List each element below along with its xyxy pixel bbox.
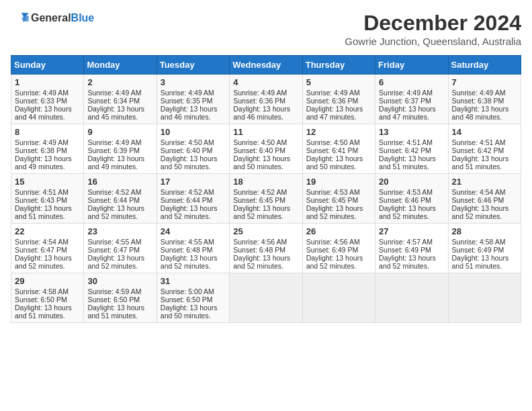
daylight-text: Daylight: 13 hours and 50 minutes. xyxy=(233,154,298,171)
sunset-text: Sunset: 6:47 PM xyxy=(87,246,152,254)
month-title: December 2024 xyxy=(345,11,521,36)
daylight-text: Daylight: 13 hours and 51 minutes. xyxy=(452,154,517,171)
weekday-header-friday: Friday xyxy=(375,56,448,75)
sunset-text: Sunset: 6:50 PM xyxy=(87,295,152,304)
day-number: 22 xyxy=(15,226,80,236)
sunset-text: Sunset: 6:45 PM xyxy=(306,196,371,204)
calendar-cell: 21Sunrise: 4:54 AMSunset: 6:46 PMDayligh… xyxy=(448,174,521,224)
sunset-text: Sunset: 6:42 PM xyxy=(379,146,444,154)
sunset-text: Sunset: 6:43 PM xyxy=(15,196,80,204)
sunset-text: Sunset: 6:38 PM xyxy=(452,97,517,105)
calendar-cell xyxy=(375,273,448,323)
daylight-text: Daylight: 13 hours and 47 minutes. xyxy=(379,105,444,121)
sunrise-text: Sunrise: 4:49 AM xyxy=(452,89,517,97)
calendar-cell: 7Sunrise: 4:49 AMSunset: 6:38 PMDaylight… xyxy=(448,75,521,124)
calendar-cell: 23Sunrise: 4:55 AMSunset: 6:47 PMDayligh… xyxy=(84,224,157,273)
sunset-text: Sunset: 6:40 PM xyxy=(161,146,226,154)
daylight-text: Daylight: 13 hours and 52 minutes. xyxy=(452,204,517,220)
sunrise-text: Sunrise: 4:51 AM xyxy=(379,138,444,146)
page-header: GeneralBlue December 2024 Gowrie Junctio… xyxy=(11,11,521,47)
daylight-text: Daylight: 13 hours and 51 minutes. xyxy=(87,304,152,320)
calendar-cell: 3Sunrise: 4:49 AMSunset: 6:35 PMDaylight… xyxy=(157,75,229,124)
day-number: 5 xyxy=(306,77,371,87)
day-number: 12 xyxy=(306,127,371,137)
title-area: December 2024 Gowrie Junction, Queenslan… xyxy=(345,11,521,47)
sunrise-text: Sunrise: 4:52 AM xyxy=(233,188,298,196)
sunset-text: Sunset: 6:49 PM xyxy=(379,246,444,254)
day-number: 9 xyxy=(87,127,152,137)
sunrise-text: Sunrise: 4:49 AM xyxy=(306,89,371,97)
day-number: 8 xyxy=(15,127,80,137)
day-number: 14 xyxy=(452,127,517,137)
sunset-text: Sunset: 6:39 PM xyxy=(87,146,152,154)
calendar-cell: 10Sunrise: 4:50 AMSunset: 6:40 PMDayligh… xyxy=(157,124,229,174)
daylight-text: Daylight: 13 hours and 51 minutes. xyxy=(452,254,517,270)
sunrise-text: Sunrise: 4:52 AM xyxy=(161,188,226,196)
logo: GeneralBlue xyxy=(11,11,94,26)
daylight-text: Daylight: 13 hours and 46 minutes. xyxy=(161,105,226,121)
sunset-text: Sunset: 6:45 PM xyxy=(233,196,298,204)
daylight-text: Daylight: 13 hours and 52 minutes. xyxy=(161,204,226,220)
sunrise-text: Sunrise: 4:54 AM xyxy=(15,238,80,246)
calendar-cell: 17Sunrise: 4:52 AMSunset: 6:44 PMDayligh… xyxy=(157,174,229,224)
day-number: 25 xyxy=(233,226,298,236)
week-row-3: 15Sunrise: 4:51 AMSunset: 6:43 PMDayligh… xyxy=(11,174,521,224)
daylight-text: Daylight: 13 hours and 44 minutes. xyxy=(15,105,80,121)
sunrise-text: Sunrise: 4:57 AM xyxy=(379,238,444,246)
day-number: 27 xyxy=(379,226,444,236)
sunrise-text: Sunrise: 4:49 AM xyxy=(379,89,444,97)
calendar-cell: 9Sunrise: 4:49 AMSunset: 6:39 PMDaylight… xyxy=(84,124,157,174)
daylight-text: Daylight: 13 hours and 51 minutes. xyxy=(15,304,80,320)
daylight-text: Daylight: 13 hours and 49 minutes. xyxy=(87,154,152,171)
daylight-text: Daylight: 13 hours and 50 minutes. xyxy=(161,154,226,171)
day-number: 1 xyxy=(15,77,80,87)
calendar-cell: 18Sunrise: 4:52 AMSunset: 6:45 PMDayligh… xyxy=(230,174,302,224)
sunset-text: Sunset: 6:33 PM xyxy=(15,97,80,105)
calendar-cell xyxy=(448,273,521,323)
day-number: 26 xyxy=(306,226,371,236)
sunset-text: Sunset: 6:50 PM xyxy=(161,295,226,304)
sunset-text: Sunset: 6:35 PM xyxy=(161,97,226,105)
calendar-cell: 1Sunrise: 4:49 AMSunset: 6:33 PMDaylight… xyxy=(11,75,84,124)
day-number: 13 xyxy=(379,127,444,137)
calendar-cell xyxy=(230,273,302,323)
calendar-cell: 13Sunrise: 4:51 AMSunset: 6:42 PMDayligh… xyxy=(375,124,448,174)
day-number: 31 xyxy=(161,276,226,286)
logo-general-text: General xyxy=(31,12,71,24)
sunrise-text: Sunrise: 4:52 AM xyxy=(87,188,152,196)
day-number: 20 xyxy=(379,177,444,187)
weekday-header-saturday: Saturday xyxy=(448,56,521,75)
sunset-text: Sunset: 6:36 PM xyxy=(306,97,371,105)
sunrise-text: Sunrise: 4:53 AM xyxy=(379,188,444,196)
calendar-cell: 24Sunrise: 4:55 AMSunset: 6:48 PMDayligh… xyxy=(157,224,229,273)
sunset-text: Sunset: 6:41 PM xyxy=(306,146,371,154)
location-subtitle: Gowrie Junction, Queensland, Australia xyxy=(345,36,521,47)
daylight-text: Daylight: 13 hours and 51 minutes. xyxy=(379,154,444,171)
sunset-text: Sunset: 6:48 PM xyxy=(161,246,226,254)
sunset-text: Sunset: 6:34 PM xyxy=(87,97,152,105)
day-number: 4 xyxy=(233,77,298,87)
sunrise-text: Sunrise: 4:49 AM xyxy=(161,89,226,97)
calendar-cell: 6Sunrise: 4:49 AMSunset: 6:37 PMDaylight… xyxy=(375,75,448,124)
daylight-text: Daylight: 13 hours and 52 minutes. xyxy=(306,254,371,270)
calendar-cell: 20Sunrise: 4:53 AMSunset: 6:46 PMDayligh… xyxy=(375,174,448,224)
sunset-text: Sunset: 6:46 PM xyxy=(379,196,444,204)
daylight-text: Daylight: 13 hours and 52 minutes. xyxy=(233,254,298,270)
calendar-cell: 28Sunrise: 4:58 AMSunset: 6:49 PMDayligh… xyxy=(448,224,521,273)
sunrise-text: Sunrise: 4:58 AM xyxy=(15,287,80,295)
calendar-cell: 31Sunrise: 5:00 AMSunset: 6:50 PMDayligh… xyxy=(157,273,229,323)
calendar-cell: 14Sunrise: 4:51 AMSunset: 6:42 PMDayligh… xyxy=(448,124,521,174)
calendar-cell: 16Sunrise: 4:52 AMSunset: 6:44 PMDayligh… xyxy=(84,174,157,224)
day-number: 23 xyxy=(87,226,152,236)
calendar-cell: 2Sunrise: 4:49 AMSunset: 6:34 PMDaylight… xyxy=(84,75,157,124)
daylight-text: Daylight: 13 hours and 49 minutes. xyxy=(15,154,80,171)
sunset-text: Sunset: 6:49 PM xyxy=(452,246,517,254)
weekday-header-row: SundayMondayTuesdayWednesdayThursdayFrid… xyxy=(11,56,521,75)
day-number: 19 xyxy=(306,177,371,187)
sunset-text: Sunset: 6:49 PM xyxy=(306,246,371,254)
day-number: 21 xyxy=(452,177,517,187)
weekday-header-wednesday: Wednesday xyxy=(230,56,302,75)
weekday-header-tuesday: Tuesday xyxy=(157,56,229,75)
calendar-cell: 29Sunrise: 4:58 AMSunset: 6:50 PMDayligh… xyxy=(11,273,84,323)
weekday-header-monday: Monday xyxy=(84,56,157,75)
